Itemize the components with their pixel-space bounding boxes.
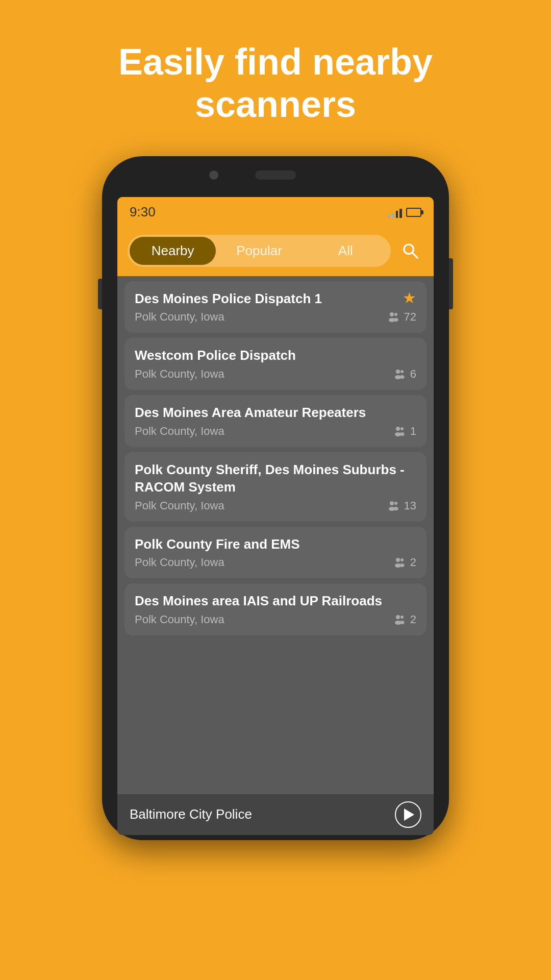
scanner-location-4: Polk County, Iowa (135, 499, 224, 512)
scanner-title-5: Polk County Fire and EMS (135, 536, 411, 553)
svg-point-2 (390, 312, 394, 316)
now-playing-title: Baltimore City Police (130, 806, 252, 822)
scanner-location-6: Polk County, Iowa (135, 613, 224, 626)
scanner-title-6: Des Moines area IAIS and UP Railroads (135, 593, 411, 610)
scanner-card-6[interactable]: Des Moines area IAIS and UP Railroads Po… (124, 583, 427, 635)
svg-point-14 (390, 501, 394, 505)
listener-count-6: 2 (393, 613, 416, 626)
listener-count-5: 2 (393, 556, 416, 569)
phone-volume-button (98, 279, 102, 309)
tab-nearby[interactable]: Nearby (130, 237, 216, 265)
svg-point-17 (393, 507, 398, 510)
tab-popular[interactable]: Popular (216, 237, 302, 265)
people-icon-5 (393, 557, 406, 568)
status-time: 9:30 (130, 204, 156, 220)
scanner-title-4: Polk County Sheriff, Des Moines Suburbs … (135, 461, 411, 496)
search-button[interactable] (397, 237, 423, 264)
svg-point-9 (399, 375, 404, 379)
svg-point-4 (394, 313, 397, 316)
phone-camera (209, 170, 218, 180)
phone-screen: 9:30 Nearby Popular (117, 197, 434, 835)
tab-all[interactable]: All (303, 237, 389, 265)
svg-point-18 (396, 558, 400, 562)
app-header: Nearby Popular All (117, 228, 434, 276)
star-icon-1: ★ (403, 290, 416, 306)
hero-line2: scanners (195, 84, 356, 125)
scanner-title-3: Des Moines Area Amateur Repeaters (135, 404, 411, 422)
phone-wrapper: 9:30 Nearby Popular (102, 156, 449, 891)
hero-text: Easily find nearby scanners (88, 41, 463, 126)
scanner-location-5: Polk County, Iowa (135, 556, 224, 569)
scanner-title-1: Des Moines Police Dispatch 1 (135, 290, 397, 308)
hero-line1: Easily find nearby (118, 41, 433, 82)
svg-point-13 (399, 432, 404, 436)
people-icon-4 (387, 501, 400, 511)
svg-point-16 (394, 502, 397, 505)
svg-point-25 (399, 621, 404, 624)
now-playing-bar[interactable]: Baltimore City Police (117, 794, 434, 835)
listener-count-2: 6 (393, 368, 416, 381)
status-icons (388, 207, 421, 218)
scanner-location-1: Polk County, Iowa (135, 310, 224, 324)
svg-point-12 (400, 427, 404, 430)
play-icon (404, 808, 414, 821)
svg-point-22 (396, 615, 400, 619)
listener-count-1: 72 (387, 310, 416, 324)
svg-point-24 (400, 616, 404, 619)
scanner-card-3[interactable]: Des Moines Area Amateur Repeaters Polk C… (124, 395, 427, 447)
scanner-card-5[interactable]: Polk County Fire and EMS Polk County, Io… (124, 527, 427, 579)
scanner-location-2: Polk County, Iowa (135, 368, 224, 381)
svg-point-8 (400, 370, 404, 373)
scanner-card-1[interactable]: Des Moines Police Dispatch 1 ★ Polk Coun… (124, 281, 427, 333)
search-icon (402, 242, 419, 259)
svg-line-1 (412, 253, 417, 258)
scanner-card-4[interactable]: Polk County Sheriff, Des Moines Suburbs … (124, 452, 427, 522)
listener-count-3: 1 (393, 425, 416, 438)
people-icon-2 (393, 369, 406, 379)
svg-point-6 (396, 370, 400, 374)
scanner-title-2: Westcom Police Dispatch (135, 347, 411, 364)
svg-point-20 (400, 558, 404, 561)
scanner-card-2[interactable]: Westcom Police Dispatch Polk County, Iow… (124, 338, 427, 390)
phone-speaker (255, 170, 296, 180)
status-bar: 9:30 (117, 197, 434, 228)
tab-group: Nearby Popular All (128, 235, 391, 267)
play-button[interactable] (395, 801, 421, 828)
listener-count-4: 13 (387, 499, 416, 512)
battery-icon (406, 208, 421, 217)
svg-point-21 (399, 564, 404, 567)
signal-icon (388, 207, 402, 218)
scanner-list: Des Moines Police Dispatch 1 ★ Polk Coun… (117, 276, 434, 794)
people-icon (387, 312, 400, 322)
scanner-location-3: Polk County, Iowa (135, 425, 224, 438)
phone-shell: 9:30 Nearby Popular (102, 156, 449, 840)
phone-power-button (449, 258, 453, 309)
people-icon-3 (393, 426, 406, 436)
people-icon-6 (393, 615, 406, 625)
svg-point-10 (396, 427, 400, 431)
svg-point-5 (393, 318, 398, 322)
